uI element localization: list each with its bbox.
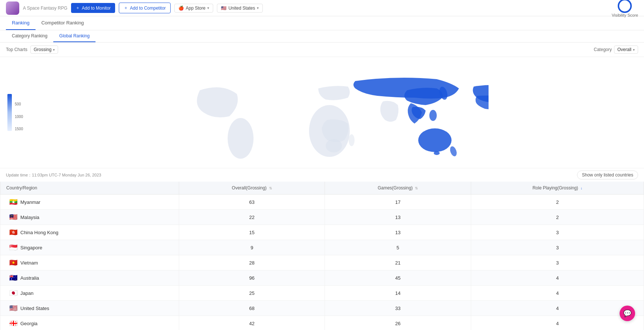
table-row: 🇲🇲 Myanmar 63 17 2	[0, 195, 644, 210]
map-section: 500 1000 1500	[0, 57, 644, 168]
overall-value: 68	[179, 301, 325, 316]
chevron-down-icon: ▾	[53, 48, 55, 52]
chevron-down-icon: ▾	[257, 6, 259, 10]
games-value: 26	[325, 316, 471, 330]
overall-value: 63	[179, 195, 325, 210]
store-selector[interactable]: 🍎 App Store ▾	[174, 4, 213, 13]
overall-value: 42	[179, 316, 325, 330]
country-name: Georgia	[20, 321, 37, 326]
filters-left: Top Charts Grossing ▾	[6, 46, 58, 54]
visibility-score-widget: Visibility Score	[612, 0, 638, 17]
country-flag: 🇭🇰	[9, 228, 17, 236]
map-legend: 500 1000 1500	[7, 94, 23, 131]
country-name: Myanmar	[20, 199, 40, 205]
country-name: Singapore	[20, 245, 42, 250]
role-playing-value: 4	[471, 316, 644, 330]
col-role-playing[interactable]: Role Playing(Grossing) ↓	[471, 182, 644, 195]
sort-icon: ⇅	[415, 186, 418, 190]
svg-point-7	[326, 139, 342, 152]
games-value: 13	[325, 210, 471, 225]
tab-category-ranking[interactable]: Category Ranking	[6, 30, 53, 42]
role-playing-value: 4	[471, 301, 644, 316]
games-value: 13	[325, 225, 471, 240]
games-value: 45	[325, 270, 471, 286]
col-overall[interactable]: Overall(Grossing) ⇅	[179, 182, 325, 195]
table-row: 🇺🇸 United States 68 33 4	[0, 301, 644, 316]
store-icon: 🍎	[178, 6, 184, 11]
add-to-monitor-button[interactable]: ＋ Add to Monitor	[71, 3, 115, 13]
update-time-row: Update time：11:03pm UTC-7 Monday Jun 26,…	[0, 168, 644, 182]
role-playing-value: 3	[471, 255, 644, 270]
overall-value: 9	[179, 240, 325, 255]
filters-row: Top Charts Grossing ▾ Category Overall ▾	[0, 43, 644, 57]
svg-point-3	[434, 151, 440, 155]
country-flag: 🇲🇲	[9, 198, 17, 206]
tab-competitor-ranking[interactable]: Competitor Ranking	[36, 16, 90, 30]
games-value: 33	[325, 301, 471, 316]
svg-point-5	[449, 145, 458, 157]
chevron-down-icon: ▾	[207, 6, 209, 10]
country-flag: 🇬🇪	[9, 319, 17, 327]
role-playing-value: 4	[471, 270, 644, 286]
chevron-down-icon: ▾	[633, 48, 635, 52]
country-flag: 🇺🇸	[9, 304, 17, 312]
filters-right: Category Overall ▾	[594, 46, 638, 54]
col-country: Country/Region	[0, 182, 179, 195]
role-playing-value: 2	[471, 210, 644, 225]
world-map	[155, 61, 489, 164]
svg-point-2	[418, 128, 452, 152]
country-name: Australia	[20, 275, 39, 281]
overall-value: 15	[179, 225, 325, 240]
sort-icon-active: ↓	[580, 186, 582, 190]
update-time-text: Update time：11:03pm UTC-7 Monday Jun 26,…	[6, 172, 101, 178]
country-flag: 🇦🇺	[9, 274, 17, 282]
table-row: 🇸🇬 Singapore 9 5 3	[0, 240, 644, 255]
chat-icon: 💬	[623, 309, 631, 317]
competitor-icon: ＋	[124, 5, 128, 11]
country-name: Japan	[20, 290, 33, 296]
table-header-row: Country/Region Overall(Grossing) ⇅ Games…	[0, 182, 644, 195]
tab-ranking[interactable]: Ranking	[6, 16, 36, 30]
games-value: 17	[325, 195, 471, 210]
show-listed-countries-button[interactable]: Show only listed countries	[577, 171, 638, 179]
overall-value: 96	[179, 270, 325, 286]
svg-point-8	[349, 134, 355, 146]
table-row: 🇲🇾 Malaysia 22 13 2	[0, 210, 644, 225]
header-bar: A Space Fantasy RPG ＋ Add to Monitor ＋ A…	[0, 0, 644, 16]
country-name: Malaysia	[20, 215, 39, 220]
ranking-table: Country/Region Overall(Grossing) ⇅ Games…	[0, 182, 644, 330]
country-name: United States	[20, 306, 49, 311]
svg-point-1	[228, 118, 254, 159]
svg-point-6	[429, 110, 437, 121]
sort-icon: ⇅	[269, 186, 272, 190]
role-playing-value: 3	[471, 240, 644, 255]
country-flag: 🇲🇾	[9, 213, 17, 221]
chat-button[interactable]: 💬	[620, 306, 635, 321]
tab-global-ranking[interactable]: Global Ranking	[53, 30, 95, 42]
games-value: 5	[325, 240, 471, 255]
secondary-tabs: Category Ranking Global Ranking	[0, 30, 644, 43]
app-subtitle: A Space Fantasy RPG	[23, 6, 67, 11]
category-select[interactable]: Overall ▾	[614, 46, 638, 54]
country-flag: 🇯🇵	[9, 289, 17, 297]
role-playing-value: 4	[471, 286, 644, 301]
score-circle	[618, 0, 632, 13]
country-flag: 🇸🇬	[9, 243, 17, 252]
table-row: 🇯🇵 Japan 25 14 4	[0, 286, 644, 301]
country-selector[interactable]: 🇺🇸 United States ▾	[217, 4, 263, 13]
games-value: 14	[325, 286, 471, 301]
table-row: 🇭🇰 China Hong Kong 15 13 3	[0, 225, 644, 240]
monitor-icon: ＋	[76, 5, 80, 11]
col-games[interactable]: Games(Grossing) ⇅	[325, 182, 471, 195]
overall-value: 25	[179, 286, 325, 301]
top-charts-label: Top Charts	[6, 47, 27, 52]
primary-tabs: Ranking Competitor Ranking	[0, 16, 644, 30]
overall-value: 22	[179, 210, 325, 225]
role-playing-value: 3	[471, 225, 644, 240]
table-row: 🇬🇪 Georgia 42 26 4	[0, 316, 644, 330]
games-value: 21	[325, 255, 471, 270]
top-charts-select[interactable]: Grossing ▾	[30, 46, 58, 54]
table-row: 🇻🇳 Vietnam 28 21 3	[0, 255, 644, 270]
app-icon	[6, 1, 19, 15]
add-to-competitor-button[interactable]: ＋ Add to Competitor	[119, 3, 171, 13]
